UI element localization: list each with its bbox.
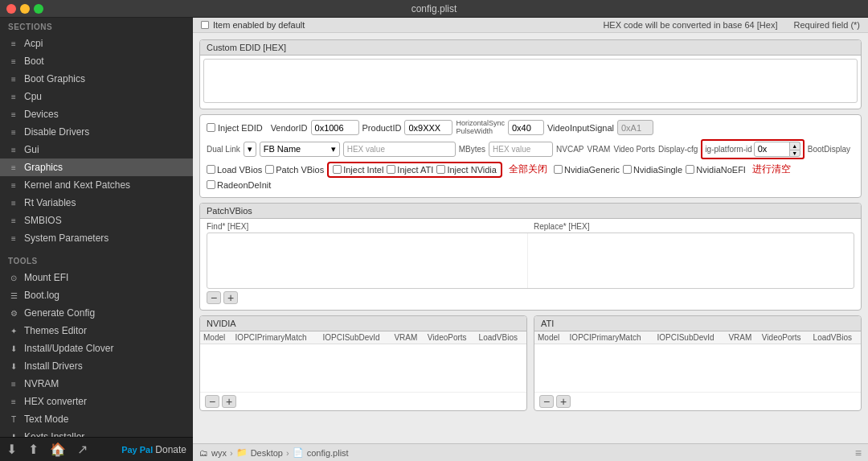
custom-edid-box: Custom EDID [HEX] (199, 39, 862, 109)
toolbar-icon-4[interactable]: ↗ (77, 442, 88, 457)
inject-nvidia-checkbox[interactable] (436, 165, 445, 174)
sidebar-item-themes-editor[interactable]: ✦ Themes Editor (0, 322, 193, 340)
gui-icon: ≡ (8, 144, 19, 155)
traffic-lights (6, 4, 43, 14)
find-replace-data (207, 233, 854, 289)
nvidia-minus-btn[interactable]: − (205, 395, 219, 408)
nvcap-label: NVCAP (556, 145, 583, 154)
sidebar-item-graphics[interactable]: ≡ Graphics (0, 158, 193, 176)
fb-name-label-txt: FB Name (264, 144, 329, 154)
nvidia-subdev-col: IOPCISubDevId (319, 331, 391, 344)
sidebar-item-mount-efi[interactable]: ⊙ Mount EFI (0, 269, 193, 286)
sidebar-item-rt-variables[interactable]: ≡ Rt Variables (0, 194, 193, 212)
nvidia-body: Model IOPCIPrimaryMatch IOPCISubDevId VR… (200, 331, 526, 410)
toolbar-icon-3[interactable]: 🏠 (50, 442, 66, 457)
product-id-input[interactable]: 0x9XXX (404, 120, 452, 135)
sidebar-item-install-drivers[interactable]: ⬇ Install Drivers (0, 357, 193, 375)
inject-edid-body: Inject EDID VendorID 0x1006 ProductID 0x… (200, 115, 861, 197)
ig-platform-input[interactable] (754, 142, 790, 157)
nvidia-single-label: NvidiaSingle (633, 165, 682, 175)
patch-vbios-checkbox[interactable] (265, 165, 274, 174)
nvidia-no-efi-group: NvidiaNoEFI (686, 165, 746, 175)
nvidia-no-efi-checkbox[interactable] (686, 165, 694, 174)
patchvbios-body: Find* [HEX] Replace* [HEX] − + (200, 219, 861, 310)
sidebar-item-boot-graphics[interactable]: ≡ Boot Graphics (0, 70, 193, 88)
sidebar-item-smbios[interactable]: ≡ SMBIOS (0, 212, 193, 229)
nvidia-vram-col: VRAM (391, 331, 424, 344)
fbname-row: Dual Link ▾ FB Name ▾ HEX value (207, 139, 854, 159)
ig-platform-up[interactable]: ▲ (789, 142, 800, 150)
dual-link-select[interactable]: ▾ (244, 142, 256, 157)
ati-loadvbios-col: LoadVBios (810, 331, 861, 344)
ati-plus-btn[interactable]: + (556, 395, 571, 408)
content-area: Item enabled by default HEX code will be… (193, 18, 868, 461)
inject-intel-checkbox[interactable] (333, 165, 342, 174)
ati-minus-btn[interactable]: − (539, 395, 554, 408)
donate-label: Donate (155, 444, 186, 455)
ig-platform-stepper: ▲ ▼ (754, 142, 800, 157)
minimize-button[interactable] (20, 4, 30, 14)
patchvbios-box: PatchVBios Find* [HEX] Replace* [HEX] (199, 203, 862, 311)
donate-btn[interactable]: Pay Pal Donate (121, 444, 186, 455)
ati-table: Model IOPCIPrimaryMatch IOPCISubDevId VR… (534, 331, 861, 393)
sidebar-item-install-update-clover[interactable]: ⬇ Install/Update Clover (0, 340, 193, 357)
toolbar-icon-2[interactable]: ⬆ (28, 442, 39, 457)
nvidia-generic-checkbox[interactable] (554, 165, 563, 174)
vendor-id-input[interactable]: 0x1006 (311, 120, 359, 135)
radeon-de-init-checkbox[interactable] (207, 180, 215, 189)
sidebar-item-boot[interactable]: ≡ Boot (0, 52, 193, 70)
inject-intel-group: Inject Intel (333, 165, 383, 175)
inject-edid-checkbox[interactable] (207, 123, 215, 132)
item-enabled-checkbox[interactable] (201, 21, 209, 29)
inject-ati-checkbox[interactable] (387, 165, 395, 174)
sidebar-item-gui[interactable]: ≡ Gui (0, 141, 193, 158)
sidebar-item-disable-drivers[interactable]: ≡ Disable Drivers (0, 123, 193, 141)
nvidia-videoports-col: VideoPorts (424, 331, 476, 344)
maximize-button[interactable] (34, 4, 43, 14)
ati-body: Model IOPCIPrimaryMatch IOPCISubDevId VR… (534, 331, 861, 410)
sections-label: SECTIONS (0, 18, 193, 35)
hsync-input[interactable]: 0x40 (508, 120, 544, 135)
nvram-icon: ≡ (8, 378, 19, 389)
toolbar-icon-1[interactable]: ⬇ (6, 442, 17, 457)
window-title: config.plist (411, 3, 457, 14)
sidebar-item-kernel-kext[interactable]: ≡ Kernel and Kext Patches (0, 176, 193, 194)
video-ports-label: Video Ports (613, 145, 655, 154)
patchvbios-plus-btn[interactable]: + (223, 291, 238, 304)
load-vbios-group: Load VBios (207, 165, 262, 175)
hex-converter-icon: ≡ (8, 396, 19, 407)
sidebar-item-hex-converter[interactable]: ≡ HEX converter (0, 393, 193, 410)
hex-notice: HEX code will be converted in base 64 [H… (603, 20, 777, 30)
inject-ati-label: Inject ATI (397, 165, 433, 175)
path-menu-icon[interactable]: ≡ (855, 447, 862, 459)
sidebar-item-generate-config[interactable]: ⚙ Generate Config (0, 304, 193, 322)
sidebar-item-system-parameters[interactable]: ≡ System Parameters (0, 229, 193, 247)
sidebar-item-cpu[interactable]: ≡ Cpu (0, 88, 193, 105)
hex-value2-input[interactable]: HEX value (489, 142, 553, 157)
sidebar-item-acpi[interactable]: ≡ Acpi (0, 35, 193, 52)
ig-platform-down[interactable]: ▼ (789, 150, 800, 157)
sidebar-item-boot-log[interactable]: ☰ Boot.log (0, 286, 193, 304)
video-input-field: 0xA1 (617, 120, 653, 135)
ati-thead: Model IOPCIPrimaryMatch IOPCISubDevId VR… (534, 331, 861, 344)
paypal-icon: Pay Pal (121, 445, 153, 455)
boot-log-icon: ☰ (8, 290, 19, 301)
nvidia-single-checkbox[interactable] (623, 165, 632, 174)
fb-name-select[interactable]: FB Name ▾ (260, 142, 340, 157)
load-vbios-checkbox[interactable] (207, 165, 215, 174)
hsync-label: HorizontalSyncPulseWidth (456, 120, 505, 136)
ati-subdev-col: IOPCISubDevId (653, 331, 725, 344)
sidebar-item-devices[interactable]: ≡ Devices (0, 105, 193, 123)
patchvbios-minus-btn[interactable]: − (207, 291, 221, 304)
sidebar-item-text-mode[interactable]: T Text Mode (0, 410, 193, 428)
close-button[interactable] (6, 4, 16, 14)
hex-value-input[interactable]: HEX value (343, 142, 456, 157)
install-drivers-icon: ⬇ (8, 360, 19, 372)
inject-row: Load VBios Patch VBios Inject Intel (207, 162, 854, 178)
custom-edid-input[interactable] (203, 59, 858, 103)
inject-group-highlighted: Inject Intel Inject ATI Inject NVidia (327, 162, 502, 178)
nvidia-plus-btn[interactable]: + (222, 395, 236, 408)
nvidia-header: NVIDIA (200, 316, 526, 331)
sidebar-item-nvram[interactable]: ≡ NVRAM (0, 375, 193, 393)
header-right-info: HEX code will be converted in base 64 [H… (603, 20, 860, 30)
